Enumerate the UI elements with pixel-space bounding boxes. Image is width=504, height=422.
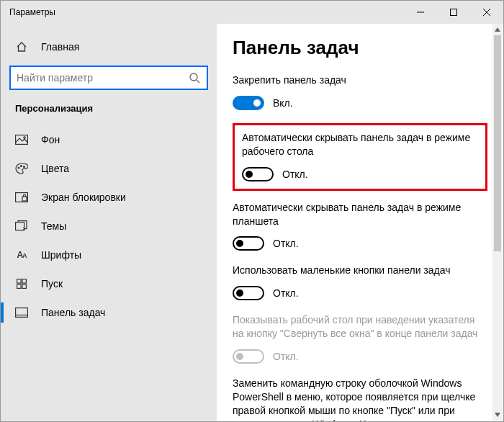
content: Панель задач Закрепить панель задач Вкл.… [217,24,503,422]
svg-point-10 [24,166,25,168]
sidebar-item-label: Пуск [41,278,63,289]
maximize-button[interactable] [437,1,470,24]
scrollbar[interactable] [492,24,503,421]
setting-label: Закрепить панель задач [233,73,487,87]
search-input[interactable] [17,72,188,84]
sidebar-category: Персонализация [1,97,217,125]
sidebar-item-lockscreen[interactable]: Экран блокировки [1,183,217,212]
svg-marker-20 [495,27,500,32]
toggle-state: Откл. [273,351,299,362]
close-button[interactable] [470,1,503,24]
toggle-state: Откл. [282,169,308,180]
svg-rect-13 [16,223,24,230]
setting-peek-desktop: Показывать рабочий стол при наведении ук… [233,313,487,364]
setting-autohide-tablet: Автоматически скрывать панель задач в ре… [233,201,487,251]
sidebar-item-label: Панель задач [41,307,105,318]
sidebar-item-label: Шрифты [41,249,81,261]
setting-label: Заменить командную строку оболочкой Wind… [233,377,487,422]
setting-autohide-desktop: Автоматически скрывать панель задач в ре… [233,123,487,191]
setting-replace-cmd: Заменить командную строку оболочкой Wind… [233,377,487,422]
sidebar-item-label: Темы [41,220,66,232]
setting-label: Автоматически скрывать панель задач в ре… [242,131,478,158]
picture-icon [15,133,28,146]
home-icon [15,40,28,53]
minimize-button[interactable] [404,1,437,24]
lockscreen-icon [15,191,28,204]
sidebar-home[interactable]: Главная [1,32,217,61]
toggle-state: Откл. [273,287,299,299]
svg-line-5 [197,80,199,83]
taskbar-icon [15,306,28,319]
svg-point-4 [190,73,197,81]
svg-rect-18 [16,308,28,318]
sidebar-item-fonts[interactable]: AA Шрифты [1,241,217,269]
sidebar-item-label: Фон [41,134,60,145]
sidebar-item-label: Экран блокировки [41,192,126,203]
search-icon [188,71,201,84]
toggle-autohide-tablet[interactable] [233,236,264,251]
toggle-lock-taskbar[interactable] [233,96,264,110]
scroll-down-icon[interactable] [492,409,503,421]
svg-point-7 [24,137,25,138]
sidebar-item-background[interactable]: Фон [1,125,217,154]
sidebar-item-start[interactable]: Пуск [1,269,217,298]
themes-icon [15,220,28,233]
sidebar-item-colors[interactable]: Цвета [1,154,217,183]
sidebar-item-themes[interactable]: Темы [1,212,217,241]
sidebar-item-label: Цвета [41,163,69,174]
page-title: Панель задач [233,37,487,59]
setting-label: Показывать рабочий стол при наведении ук… [233,313,487,341]
svg-rect-12 [22,197,27,201]
window-title: Параметры [1,7,55,17]
toggle-peek-desktop [233,349,264,364]
svg-rect-17 [22,284,27,289]
svg-rect-16 [17,284,22,289]
fonts-icon: AA [15,248,28,261]
toggle-state: Вкл. [273,97,293,109]
svg-rect-15 [22,279,27,284]
sidebar-home-label: Главная [41,41,79,53]
search-input-wrap[interactable] [9,66,208,90]
setting-lock-taskbar: Закрепить панель задач Вкл. [233,73,487,110]
palette-icon [15,162,28,175]
svg-point-8 [18,167,19,169]
titlebar: Параметры [1,1,503,24]
scroll-thumb[interactable] [494,35,501,251]
scroll-up-icon[interactable] [492,24,503,35]
svg-marker-21 [495,413,500,417]
toggle-state: Откл. [273,238,299,249]
setting-label: Автоматически скрывать панель задач в ре… [233,201,487,228]
start-icon [15,277,28,290]
setting-label: Использовать маленькие кнопки панели зад… [233,264,487,277]
svg-rect-14 [17,279,22,284]
setting-small-buttons: Использовать маленькие кнопки панели зад… [233,264,487,300]
svg-rect-1 [451,9,457,16]
svg-point-9 [21,166,22,167]
toggle-autohide-desktop[interactable] [242,167,274,181]
sidebar: Главная Персонализация Фон Цвета Экран б… [1,24,217,422]
svg-rect-6 [16,135,28,145]
toggle-small-buttons[interactable] [233,286,264,300]
window-controls [404,1,503,24]
sidebar-item-taskbar[interactable]: Панель задач [1,298,217,327]
